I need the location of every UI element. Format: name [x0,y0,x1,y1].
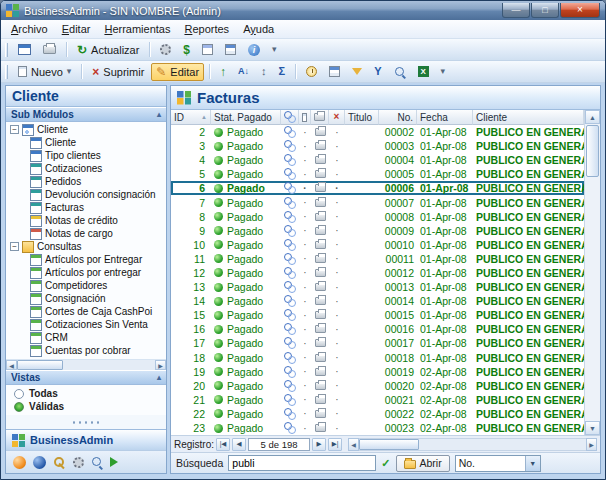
table-row[interactable]: 9 Pagado · · 00009 01-Apr-08 PUBLICO EN … [171,224,584,238]
first-record-button[interactable]: |◀ [216,438,230,451]
refresh-data-button[interactable]: ↑ [215,63,231,81]
submodules-header[interactable]: Sub Módulos ▴ [6,107,166,122]
tree-item[interactable]: Cuentas por cobrar [6,344,166,357]
column-header-fecha[interactable]: Fecha [417,110,473,125]
previous-record-button[interactable]: ◀ [232,438,246,451]
toolbar-overflow-button[interactable]: ▾ [436,64,451,79]
table-row[interactable]: 21 Pagado · · 00021 02-Apr-08 PUBLICO EN… [171,393,584,407]
sidebar-splitter[interactable] [6,415,166,429]
menu-item[interactable]: Reportes [177,21,236,37]
tree-item[interactable]: Cotizaciones Sin Venta [6,318,166,331]
toolbar-overflow-button[interactable]: ▾ [267,42,282,57]
tree-item[interactable]: Artículos por entregar [6,266,166,279]
businessadmin-nav-button[interactable]: BusinessAdmin [6,429,166,450]
open-record-button[interactable]: Abrir [396,455,450,472]
sort-toggle-button[interactable]: ↕ [256,63,272,80]
tree-item[interactable]: Pedidos [6,175,166,188]
scroll-rail[interactable] [585,124,600,421]
sort-button[interactable]: A↓ [233,64,254,79]
view-option[interactable]: Válidas [6,400,166,413]
column-header-no[interactable]: No. [379,110,417,125]
module-orange-ball-icon[interactable] [13,456,26,469]
print-button[interactable] [38,42,61,57]
scroll-left-icon[interactable]: ◀ [6,360,17,370]
scroll-rail[interactable] [359,438,586,451]
search-field-combo[interactable]: No. ▼ [455,455,541,472]
horizontal-scrollbar[interactable]: ◀ ▶ [348,438,597,451]
run-icon[interactable] [110,457,118,467]
table-row[interactable]: 19 Pagado · · 00019 02-Apr-08 PUBLICO EN… [171,365,584,379]
table-row[interactable]: 4 Pagado · · 00004 01-Apr-08 PUBLICO EN … [171,153,584,167]
summary-button[interactable]: Σ [274,63,291,80]
menu-item[interactable]: Ayuda [236,21,281,37]
column-header-link[interactable] [281,110,299,125]
gear-icon[interactable] [73,457,84,468]
export-excel-button[interactable]: X [413,63,434,80]
tree-item[interactable]: Artículos por Entregar [6,253,166,266]
table-row[interactable]: 15 Pagado · · 00015 01-Apr-08 PUBLICO EN… [171,308,584,322]
next-record-button[interactable]: ▶ [312,438,326,451]
calculator-button[interactable] [197,41,218,58]
filter-button[interactable] [347,65,367,78]
tree-item[interactable]: Cliente [6,136,166,149]
column-header-document[interactable] [299,110,311,125]
search-doc-icon[interactable] [91,456,103,468]
reports-button[interactable] [220,41,241,58]
tree-item[interactable]: − Cliente [6,123,166,136]
preview-button[interactable] [389,63,411,81]
table-row[interactable]: 3 Pagado · · 00003 01-Apr-08 PUBLICO EN … [171,139,584,153]
keys-icon[interactable] [53,456,66,469]
new-window-button[interactable] [13,41,36,58]
table-row[interactable]: 20 Pagado · · 00020 02-Apr-08 PUBLICO EN… [171,379,584,393]
toolbar-grip[interactable] [5,43,8,57]
table-row[interactable]: 17 Pagado · · 00017 01-Apr-08 PUBLICO EN… [171,336,584,350]
scroll-thumb[interactable] [586,125,599,177]
edit-record-button[interactable]: ✎ Editar [151,63,204,81]
table-row[interactable]: 18 Pagado · · 00018 01-Apr-08 PUBLICO EN… [171,351,584,365]
menu-item[interactable]: Archivo [4,21,55,37]
table-row[interactable]: 8 Pagado · · 00008 01-Apr-08 PUBLICO EN … [171,210,584,224]
tree-item[interactable]: Tipo clientes [6,149,166,162]
currency-button[interactable]: $ [178,41,195,59]
radio-icon[interactable] [14,389,24,399]
table-row[interactable]: 13 Pagado · · 00013 01-Apr-08 PUBLICO EN… [171,280,584,294]
tree-item[interactable]: − Consultas [6,240,166,253]
table-row[interactable]: 5 Pagado · · 00005 01-Apr-08 PUBLICO EN … [171,167,584,181]
scroll-thumb[interactable] [17,360,63,370]
table-row[interactable]: 7 Pagado · · 00007 01-Apr-08 PUBLICO EN … [171,195,584,209]
table-row[interactable]: 2 Pagado · · 00002 01-Apr-08 PUBLICO EN … [171,125,584,139]
column-header-titulo[interactable]: Titulo [345,110,379,125]
menu-item[interactable]: Herramientas [97,21,177,37]
toolbar-grip[interactable] [5,65,8,79]
apply-search-icon[interactable]: ✓ [381,457,390,470]
tree-item[interactable]: Notas de crédito [6,214,166,227]
table-row[interactable]: 22 Pagado · · 00022 02-Apr-08 PUBLICO EN… [171,407,584,421]
table-row[interactable]: 14 Pagado · · 00014 01-Apr-08 PUBLICO EN… [171,294,584,308]
history-button[interactable] [301,63,322,80]
tree-item[interactable]: Notas de cargo [6,227,166,240]
tree-item[interactable]: Consignación [6,292,166,305]
tree-horizontal-scrollbar[interactable]: ◀ ▶ [6,359,166,370]
views-header[interactable]: Vistas ▴ [6,370,166,385]
tree-item[interactable]: Facturas [6,201,166,214]
radio-icon[interactable] [14,402,24,412]
scroll-down-icon[interactable]: ▼ [585,421,600,435]
new-record-button[interactable]: Nuevo ▾ [13,63,76,81]
minimize-button[interactable]: — [502,3,530,18]
vertical-scrollbar[interactable]: ▲ ▼ [584,110,600,435]
scroll-left-icon[interactable]: ◀ [348,438,359,451]
scroll-up-icon[interactable]: ▲ [585,110,600,124]
column-header-cancelled[interactable]: × [329,110,345,125]
refresh-button[interactable]: ↻ Actualizar [72,41,144,59]
maximize-button[interactable]: □ [531,3,559,18]
search-input[interactable] [228,455,376,471]
column-header-cliente[interactable]: Cliente [473,110,584,125]
column-header-id[interactable]: ID ▲ [171,110,211,125]
scroll-rail[interactable] [17,360,155,370]
close-button[interactable]: × [560,3,600,18]
table-row[interactable]: 16 Pagado · · 00016 01-Apr-08 PUBLICO EN… [171,322,584,336]
scroll-thumb[interactable] [359,439,419,450]
tree-expander-icon[interactable]: − [10,125,19,134]
menu-item[interactable]: Editar [55,21,98,37]
tree-expander-icon[interactable]: − [10,242,19,251]
